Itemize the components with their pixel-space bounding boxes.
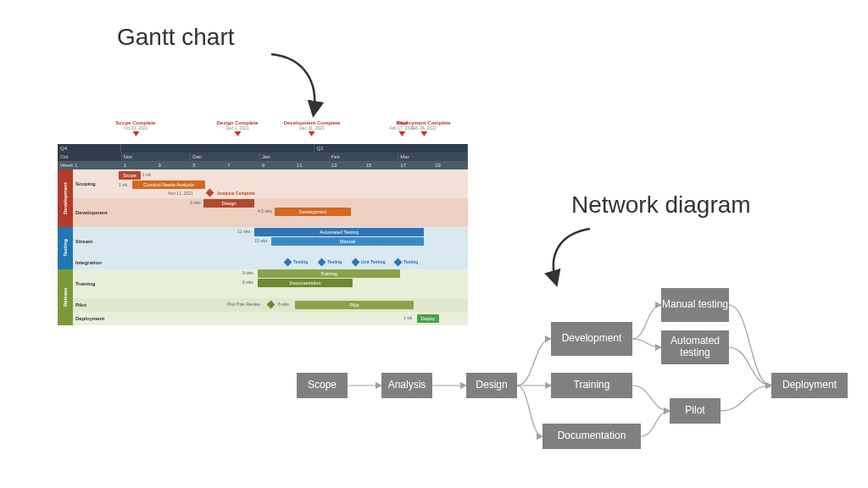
node-analysis: Analysis	[381, 373, 432, 398]
milestone-deployment: Deployment CompleteFeb 24, 2022	[397, 120, 450, 136]
milestone-scope: Scope CompleteOct 22, 2021	[115, 120, 155, 136]
row-integration: Integration	[73, 256, 119, 269]
row-development: Development	[73, 198, 119, 227]
bar-manual: Manual	[271, 237, 424, 246]
bar-needs: Conduct Needs Analysis	[132, 180, 205, 189]
row-deployment: Deployment	[73, 312, 119, 325]
bar-documentation: Documentation	[258, 279, 353, 287]
node-development: Development	[551, 322, 632, 356]
gantt-time-header: Q4 Q1 Oct Nov Dec Jan Feb Mar Week 1 1 3…	[58, 144, 468, 169]
gantt-title: Gantt chart	[117, 24, 235, 51]
bar-training: Training	[258, 269, 400, 278]
th-q4: Q4	[58, 144, 121, 152]
bar-automated: Automated Testing	[254, 228, 424, 236]
pilot-review-icon	[267, 301, 275, 309]
node-manual: Manual testing	[661, 288, 729, 322]
network-diagram: ScopeAnalysisDesignDevelopmentTrainingDo…	[297, 288, 856, 474]
node-documentation: Documentation	[542, 424, 641, 449]
arrow-to-network	[542, 224, 602, 291]
lane-development: Development	[58, 169, 73, 227]
node-design: Design	[466, 373, 517, 398]
lane-release: Release	[58, 269, 73, 325]
milestone-design: Design CompleteDec 1, 2021	[216, 120, 258, 136]
network-title: Network diagram	[571, 191, 751, 219]
th-q1: Q1	[314, 144, 468, 152]
node-training: Training	[551, 373, 632, 398]
row-stream: Stream	[73, 227, 119, 256]
gantt-milestones: Scope CompleteOct 22, 2021 Design Comple…	[58, 120, 468, 144]
node-deployment: Deployment	[771, 373, 848, 398]
lane-testing: Testing	[58, 227, 73, 269]
row-scoping: Scoping	[73, 169, 119, 198]
row-training: Training	[73, 269, 119, 298]
node-pilot: Pilot	[670, 398, 721, 424]
node-automated: Automated testing	[661, 330, 729, 364]
bar-design: Design	[203, 199, 254, 208]
arrow-to-gantt	[263, 49, 331, 122]
row-pilot: Pilot	[73, 298, 119, 312]
bar-development: Development	[275, 208, 351, 216]
node-scope: Scope	[297, 373, 348, 398]
milestone-development: Development CompleteDec 31, 2021	[284, 120, 341, 136]
milestone-analysis-icon	[206, 189, 214, 197]
bar-scope: Scope	[119, 171, 141, 180]
